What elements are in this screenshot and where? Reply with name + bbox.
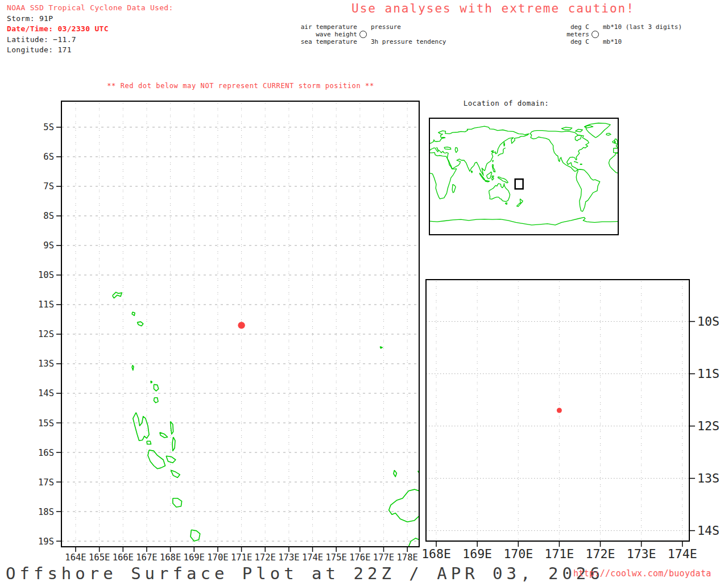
zoom-map-y-tick-label: 11S xyxy=(697,367,719,381)
zoom-map-x-tick-label: 168E xyxy=(421,547,451,561)
main-map-x-tick-label: 168E xyxy=(160,552,181,563)
zoom-map-x-tick-label: 171E xyxy=(544,547,574,561)
main-map-x-tick-label: 174E xyxy=(302,552,323,563)
main-map-y-tick-label: 7S xyxy=(43,181,54,192)
main-map-y-tick-label: 10S xyxy=(38,270,54,280)
main-map-x-tick-label: 165E xyxy=(89,552,110,563)
main-map: 164E165E166E167E168E169E170E171E172E173E… xyxy=(38,101,419,563)
main-map-y-tick-label: 5S xyxy=(43,122,54,132)
main-map-coastlines xyxy=(113,292,419,547)
storm-position-dot xyxy=(238,322,245,329)
main-map-y-tick-label: 9S xyxy=(43,240,54,251)
main-map-y-tick-label: 11S xyxy=(38,300,54,310)
zoom-map-axes: 168E169E170E171E172E173E174E10S11S12S13S… xyxy=(421,314,719,561)
world-map xyxy=(429,118,618,235)
zoom-map-x-tick-label: 169E xyxy=(462,547,492,561)
zoom-map-y-tick-label: 14S xyxy=(697,523,719,538)
main-map-y-tick-label: 12S xyxy=(38,329,54,339)
main-map-x-tick-label: 175E xyxy=(326,552,347,563)
main-map-y-tick-label: 19S xyxy=(38,537,54,547)
main-map-x-tick-label: 167E xyxy=(136,552,157,563)
zoom-map-x-tick-label: 172E xyxy=(586,547,615,561)
main-map-x-tick-label: 176E xyxy=(349,552,370,563)
zoom-map-y-tick-label: 12S xyxy=(697,419,719,433)
main-map-y-tick-label: 6S xyxy=(43,152,54,162)
main-map-x-tick-label: 169E xyxy=(184,552,205,563)
buoy-plot-page: NOAA SSD Tropical Cyclone Data Used: Sto… xyxy=(0,0,728,582)
main-map-x-tick-label: 177E xyxy=(373,552,394,563)
main-map-y-tick-label: 14S xyxy=(38,388,54,398)
main-map-y-tick-label: 16S xyxy=(38,448,54,458)
world-map-coastlines xyxy=(429,123,618,225)
zoom-map: 168E169E170E171E172E173E174E10S11S12S13S… xyxy=(421,280,719,561)
zoom-map-x-tick-label: 173E xyxy=(627,547,656,561)
main-map-x-tick-label: 178E xyxy=(397,552,418,563)
main-map-y-tick-label: 18S xyxy=(38,507,54,517)
main-map-x-tick-label: 172E xyxy=(255,552,276,563)
page-title: Offshore Surface Plot at 22Z / APR 03, 2… xyxy=(6,564,604,582)
domain-box xyxy=(515,179,523,189)
main-map-y-tick-label: 13S xyxy=(38,359,54,369)
main-map-x-tick-label: 170E xyxy=(207,552,228,563)
main-map-y-tick-label: 17S xyxy=(38,477,54,488)
main-map-x-tick-label: 171E xyxy=(231,552,252,563)
main-map-axes: 164E165E166E167E168E169E170E171E172E173E… xyxy=(38,122,418,563)
main-map-y-tick-label: 8S xyxy=(43,211,54,221)
zoom-map-y-tick-label: 13S xyxy=(697,471,719,485)
plots-svg: 164E165E166E167E168E169E170E171E172E173E… xyxy=(0,0,728,582)
zoom-map-y-tick-label: 10S xyxy=(697,314,719,329)
main-map-x-tick-label: 173E xyxy=(278,552,299,563)
main-map-y-tick-label: 15S xyxy=(38,418,54,429)
buoydata-link[interactable]: http://coolwx.com/buoydata xyxy=(573,568,712,579)
storm-position-dot xyxy=(557,408,562,413)
zoom-map-x-tick-label: 174E xyxy=(668,547,697,561)
main-map-x-tick-label: 164E xyxy=(65,552,86,563)
main-map-x-tick-label: 166E xyxy=(113,552,134,563)
zoom-map-x-tick-label: 170E xyxy=(503,547,533,561)
